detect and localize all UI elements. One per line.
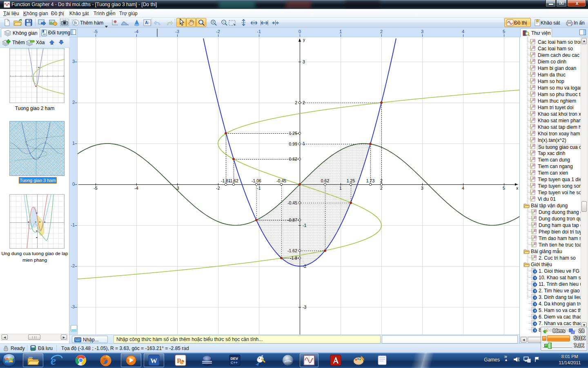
- svg-text:-3: -3: [303, 305, 306, 310]
- svg-text:2: 2: [380, 186, 383, 191]
- svg-text:fx: fx: [74, 20, 77, 25]
- svg-text:3: 3: [303, 59, 305, 64]
- svg-text:?: ?: [534, 316, 536, 319]
- svg-text:0.62: 0.62: [321, 178, 330, 183]
- svg-text:3: 3: [421, 186, 423, 191]
- svg-text:-0.87: -0.87: [287, 218, 297, 222]
- svg-text:2: 2: [295, 100, 297, 105]
- svg-text:4: 4: [462, 186, 464, 191]
- svg-text:-0.45: -0.45: [276, 178, 286, 183]
- svg-text:-1.06: -1.06: [252, 178, 261, 183]
- svg-text:y: y: [303, 37, 305, 42]
- svg-text:1.25: 1.25: [289, 131, 298, 136]
- svg-text:0.99: 0.99: [289, 141, 298, 146]
- svg-text:?: ?: [534, 303, 536, 306]
- svg-text:?: ?: [534, 309, 536, 313]
- svg-text:?: ?: [534, 276, 536, 280]
- svg-text:1.25: 1.25: [347, 178, 355, 183]
- svg-text:-1.62: -1.62: [287, 248, 297, 253]
- svg-text:0.62: 0.62: [289, 157, 298, 162]
- svg-text:?: ?: [534, 329, 536, 332]
- svg-text:C++: C++: [231, 361, 238, 365]
- svg-text:-1: -1: [257, 186, 261, 191]
- svg-text:?: ?: [534, 322, 536, 326]
- svg-text:DEV: DEV: [231, 357, 238, 361]
- svg-text:1: 1: [339, 186, 342, 191]
- svg-text:A: A: [145, 20, 148, 25]
- svg-text:-2: -2: [216, 186, 220, 191]
- svg-text:-0.45: -0.45: [287, 200, 297, 205]
- svg-text:1: 1: [303, 141, 305, 146]
- svg-text:1.73: 1.73: [366, 178, 375, 183]
- svg-text:?: ?: [534, 270, 536, 274]
- svg-text:-4: -4: [134, 186, 138, 191]
- svg-text:-1.62: -1.62: [229, 178, 238, 183]
- svg-text:-5: -5: [94, 186, 97, 191]
- svg-text:5: 5: [503, 186, 505, 191]
- svg-text:W: W: [150, 357, 157, 365]
- svg-text:?: ?: [534, 289, 536, 293]
- svg-text:-1.8: -1.8: [290, 256, 297, 260]
- svg-text:?: ?: [534, 296, 536, 300]
- svg-text:?: ?: [534, 283, 536, 287]
- svg-text:2: 2: [380, 178, 383, 183]
- svg-text:-1: -1: [303, 223, 306, 228]
- svg-text:x: x: [516, 186, 519, 191]
